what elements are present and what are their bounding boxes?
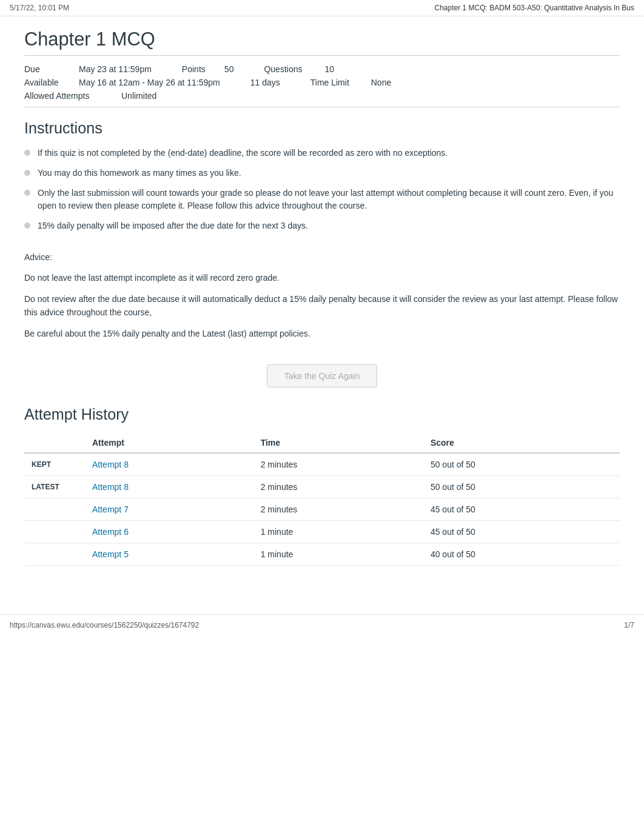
- instruction-text-3: Only the last submission will count towa…: [38, 187, 620, 212]
- attempt-score: 50 out of 50: [423, 453, 620, 476]
- instruction-text-4: 15% daily penalty will be imposed after …: [38, 220, 308, 232]
- quiz-meta: Due May 23 at 11:59pm Points 50 Question…: [24, 64, 620, 101]
- attempt-link-cell[interactable]: Attempt 6: [85, 520, 253, 543]
- table-row: Attempt 51 minute40 out of 50: [24, 543, 620, 565]
- attempt-link[interactable]: Attempt 6: [92, 527, 129, 537]
- attempt-tag: [24, 543, 85, 565]
- allowed-attempts-label: Allowed Attempts: [24, 91, 121, 101]
- attempt-tag: KEPT: [24, 453, 85, 476]
- attempt-tag: LATEST: [24, 475, 85, 498]
- col-time: Time: [253, 433, 423, 453]
- table-header-row: Attempt Time Score: [24, 433, 620, 453]
- attempt-link[interactable]: Attempt 8: [92, 460, 129, 469]
- list-item: You may do this homework as many times a…: [24, 167, 620, 179]
- list-item: Only the last submission will count towa…: [24, 187, 620, 212]
- bullet-icon: [24, 150, 30, 156]
- bullet-icon: [24, 223, 30, 229]
- attempt-tag: [24, 520, 85, 543]
- browser-bar: 5/17/22, 10:01 PM Chapter 1 MCQ: BADM 50…: [0, 0, 644, 16]
- attempt-history-title: Attempt History: [24, 406, 620, 423]
- advice-section: Advice: Do not leave the last attempt in…: [24, 250, 620, 340]
- table-row: Attempt 72 minutes45 out of 50: [24, 498, 620, 520]
- col-score: Score: [423, 433, 620, 453]
- attempt-link[interactable]: Attempt 7: [92, 505, 129, 514]
- col-tag: [24, 433, 85, 453]
- browser-timestamp: 5/17/22, 10:01 PM: [10, 4, 69, 12]
- questions-label: Questions: [264, 64, 324, 74]
- instructions-title: Instructions: [24, 119, 620, 137]
- available-label: Available: [24, 78, 79, 87]
- footer-page: 1/7: [624, 621, 634, 629]
- footer-url: https://canvas.ewu.edu/courses/1562250/q…: [10, 621, 199, 629]
- due-label: Due: [24, 64, 79, 74]
- browser-tab-title: Chapter 1 MCQ: BADM 503-A50: Quantitativ…: [435, 4, 634, 12]
- days-value: 11 days: [250, 78, 280, 87]
- advice-label: Advice:: [24, 250, 620, 264]
- allowed-attempts-value: Unlimited: [121, 91, 156, 101]
- take-quiz-button[interactable]: Take the Quiz Again: [267, 364, 378, 387]
- page-content: Chapter 1 MCQ Due May 23 at 11:59pm Poin…: [0, 16, 644, 590]
- take-quiz-container: Take the Quiz Again: [24, 364, 620, 387]
- due-value: May 23 at 11:59pm: [79, 64, 152, 74]
- table-row: Attempt 61 minute45 out of 50: [24, 520, 620, 543]
- attempt-time: 1 minute: [253, 543, 423, 565]
- section-divider-1: [24, 107, 620, 107]
- col-attempt: Attempt: [85, 433, 253, 453]
- attempt-link[interactable]: Attempt 5: [92, 549, 129, 559]
- attempt-link[interactable]: Attempt 8: [92, 482, 129, 492]
- table-row: KEPTAttempt 82 minutes50 out of 50: [24, 453, 620, 476]
- questions-value: 10: [324, 64, 334, 74]
- quiz-title: Chapter 1 MCQ: [24, 29, 620, 56]
- attempt-score: 40 out of 50: [423, 543, 620, 565]
- time-limit-label: Time Limit: [310, 78, 371, 87]
- attempt-time: 2 minutes: [253, 498, 423, 520]
- quiz-meta-row-3: Allowed Attempts Unlimited: [24, 91, 620, 101]
- instruction-text-2: You may do this homework as many times a…: [38, 167, 241, 179]
- bullet-icon: [24, 170, 30, 176]
- list-item: 15% daily penalty will be imposed after …: [24, 220, 620, 232]
- attempt-link-cell[interactable]: Attempt 7: [85, 498, 253, 520]
- available-value: May 16 at 12am - May 26 at 11:59pm: [79, 78, 220, 87]
- bullet-icon: [24, 190, 30, 196]
- attempt-history-table: Attempt Time Score KEPTAttempt 82 minute…: [24, 433, 620, 566]
- attempt-tag: [24, 498, 85, 520]
- footer-bar: https://canvas.ewu.edu/courses/1562250/q…: [0, 614, 644, 635]
- time-limit-value: None: [371, 78, 391, 87]
- attempt-time: 1 minute: [253, 520, 423, 543]
- instruction-text-1: If this quiz is not completed by the (en…: [38, 147, 448, 159]
- quiz-meta-row-1: Due May 23 at 11:59pm Points 50 Question…: [24, 64, 620, 74]
- attempt-link-cell[interactable]: Attempt 8: [85, 453, 253, 476]
- attempt-score: 45 out of 50: [423, 498, 620, 520]
- attempt-link-cell[interactable]: Attempt 5: [85, 543, 253, 565]
- points-value: 50: [224, 64, 234, 74]
- attempt-score: 45 out of 50: [423, 520, 620, 543]
- advice-p2: Do not review after the due date because…: [24, 292, 620, 320]
- attempt-score: 50 out of 50: [423, 475, 620, 498]
- table-row: LATESTAttempt 82 minutes50 out of 50: [24, 475, 620, 498]
- list-item: If this quiz is not completed by the (en…: [24, 147, 620, 159]
- quiz-meta-row-2: Available May 16 at 12am - May 26 at 11:…: [24, 78, 620, 87]
- advice-p1: Do not leave the last attempt incomplete…: [24, 271, 620, 284]
- attempt-link-cell[interactable]: Attempt 8: [85, 475, 253, 498]
- attempt-time: 2 minutes: [253, 453, 423, 476]
- points-label: Points: [182, 64, 224, 74]
- instructions-list: If this quiz is not completed by the (en…: [24, 147, 620, 232]
- attempt-time: 2 minutes: [253, 475, 423, 498]
- advice-p3: Be careful about the 15% daily penalty a…: [24, 327, 620, 340]
